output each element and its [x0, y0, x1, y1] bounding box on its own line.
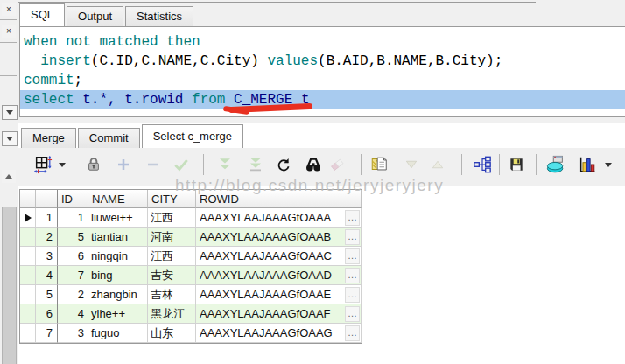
row-number-cell[interactable]: 3	[36, 247, 58, 266]
close-icon[interactable]: ×	[2, 24, 16, 38]
id-cell[interactable]: 7	[58, 266, 88, 285]
chart-icon[interactable]	[576, 152, 599, 177]
id-cell[interactable]: 1	[58, 208, 88, 228]
rowid-ellipsis-button[interactable]: …	[345, 326, 360, 341]
rowid-cell[interactable]: AAAXYLAAJAAAGfOAAC…	[196, 247, 362, 266]
code-token	[158, 34, 167, 50]
table-row[interactable]: 36ningqin江西AAAXYLAAJAAAGfOAAC…	[20, 247, 362, 266]
rowid-ellipsis-button[interactable]: …	[345, 210, 360, 226]
erase-icon[interactable]	[326, 152, 348, 177]
row-selector-cell[interactable]	[20, 228, 36, 247]
post-changes-icon[interactable]	[170, 152, 193, 177]
row-number-cell[interactable]: 4	[36, 266, 58, 285]
row-selector-cell[interactable]	[20, 324, 36, 343]
refresh-icon[interactable]	[272, 152, 295, 177]
code-line-3[interactable]: commit;	[20, 71, 625, 90]
delete-record-icon[interactable]	[142, 152, 165, 177]
tab-statistics[interactable]: Statistics	[125, 6, 193, 26]
row-number-cell[interactable]: 5	[36, 285, 58, 304]
sort-ascending-icon[interactable]	[426, 152, 449, 177]
city-cell[interactable]: 吉林	[148, 285, 196, 304]
chart-dropdown-icon[interactable]	[602, 152, 614, 177]
grid-header-name[interactable]: NAME	[88, 190, 148, 208]
export-results-icon[interactable]	[544, 152, 567, 177]
table-row[interactable]: 25tiantian河南AAAXYLAAJAAAGfOAAB…	[20, 228, 362, 247]
row-selector-cell[interactable]	[20, 247, 36, 266]
sort-descending-icon[interactable]	[400, 152, 423, 177]
tab-merge[interactable]: Merge	[21, 128, 76, 148]
row-number-cell[interactable]: 7	[36, 324, 58, 343]
code-line-4[interactable]: select t.*, t.rowid from C_MERGE t	[20, 90, 625, 109]
chevron-down-icon[interactable]	[2, 131, 18, 146]
scrollbar-thumb[interactable]	[2, 206, 17, 364]
chevron-down-icon[interactable]	[2, 105, 18, 120]
city-cell[interactable]: 江西	[148, 208, 196, 228]
row-number-cell[interactable]: 1	[36, 208, 58, 228]
city-cell[interactable]: 山东	[148, 324, 196, 343]
tab-output[interactable]: Output	[67, 6, 123, 26]
name-cell[interactable]: liuwei++	[88, 208, 148, 228]
id-cell[interactable]: 2	[58, 285, 88, 304]
fetch-last-page-icon[interactable]	[244, 152, 267, 177]
rowid-cell[interactable]: AAAXYLAAJAAAGfOAAD…	[196, 266, 362, 285]
city-cell[interactable]: 吉安	[148, 266, 196, 285]
grid-layout-dropdown-icon[interactable]	[56, 152, 68, 177]
lock-icon[interactable]	[82, 152, 105, 177]
row-selector-cell[interactable]	[20, 285, 36, 304]
tab-commit[interactable]: Commit	[78, 128, 140, 148]
rowid-ellipsis-button[interactable]: …	[345, 287, 360, 303]
code-line-1[interactable]: when not matched then	[20, 32, 625, 52]
table-row[interactable]: 73fuguo山东AAAXYLAAJAAAGfOAAG…	[20, 324, 362, 343]
table-row[interactable]: 11liuwei++江西AAAXYLAAJAAAGfOAAA…	[20, 208, 362, 228]
id-cell[interactable]: 3	[58, 324, 88, 343]
name-cell[interactable]: fuguo	[88, 324, 148, 343]
add-record-icon[interactable]	[112, 152, 135, 177]
city-cell[interactable]: 江西	[148, 247, 196, 266]
name-cell[interactable]: bing	[88, 266, 148, 285]
code-line-2[interactable]: insert(C.ID,C.NAME,C.City) values(B.AID,…	[20, 52, 625, 71]
id-cell[interactable]: 5	[58, 228, 88, 247]
rowid-cell[interactable]: AAAXYLAAJAAAGfOAAA…	[196, 208, 362, 228]
copy-results-icon[interactable]	[368, 152, 390, 177]
rowid-cell[interactable]: AAAXYLAAJAAAGfOAAE…	[196, 285, 362, 304]
rowid-ellipsis-button[interactable]: …	[345, 268, 360, 284]
table-row[interactable]: 47bing吉安AAAXYLAAJAAAGfOAAD…	[20, 266, 362, 285]
name-cell[interactable]: tiantian	[88, 228, 148, 247]
scroll-up-icon[interactable]	[2, 170, 16, 183]
rowid-cell[interactable]: AAAXYLAAJAAAGfOAAG…	[196, 324, 362, 343]
name-cell[interactable]: ningqin	[88, 247, 148, 266]
name-cell[interactable]: yihe++	[88, 304, 148, 324]
save-results-icon[interactable]	[505, 152, 528, 177]
single-record-view-icon[interactable]	[471, 152, 494, 177]
grid-header-rownum[interactable]	[36, 190, 58, 208]
row-number-cell[interactable]: 6	[36, 304, 58, 324]
close-icon[interactable]: ×	[2, 3, 16, 16]
table-row[interactable]: 64yihe++黑龙江AAAXYLAAJAAAGfOAAF…	[20, 304, 362, 324]
grid-layout-icon[interactable]	[32, 152, 54, 177]
row-selector-cell[interactable]	[20, 266, 36, 285]
id-cell[interactable]: 6	[58, 247, 88, 266]
tab-select-c-merge[interactable]: Select c_merge	[142, 124, 243, 148]
row-number-cell[interactable]: 2	[36, 228, 58, 247]
rowid-cell[interactable]: AAAXYLAAJAAAGfOAAF…	[196, 304, 362, 324]
tab-sql[interactable]: SQL	[19, 3, 65, 26]
row-selector-cell[interactable]	[20, 208, 36, 228]
rowid-ellipsis-button[interactable]: …	[345, 229, 360, 245]
rowid-ellipsis-button[interactable]: …	[345, 306, 360, 322]
grid-header-city[interactable]: CITY	[148, 190, 196, 208]
rowid-cell[interactable]: AAAXYLAAJAAAGfOAAB…	[196, 228, 362, 247]
city-cell[interactable]: 河南	[148, 228, 196, 247]
sql-editor[interactable]: when not matched then insert(C.ID,C.NAME…	[19, 26, 625, 117]
grid-header-selector[interactable]	[20, 190, 36, 208]
rowid-ellipsis-button[interactable]: …	[345, 248, 360, 264]
fetch-next-page-icon[interactable]	[214, 152, 236, 177]
city-cell[interactable]: 黑龙江	[148, 304, 196, 324]
table-row[interactable]: 52zhangbin吉林AAAXYLAAJAAAGfOAAE…	[20, 285, 362, 304]
row-selector-cell[interactable]	[20, 304, 36, 324]
name-cell[interactable]: zhangbin	[88, 285, 148, 304]
grid-header-rowid[interactable]: ROWID	[196, 190, 362, 208]
grid-header-id[interactable]: ID	[58, 190, 88, 208]
divider	[0, 19, 17, 20]
find-icon[interactable]	[302, 152, 325, 177]
id-cell[interactable]: 4	[58, 304, 88, 324]
